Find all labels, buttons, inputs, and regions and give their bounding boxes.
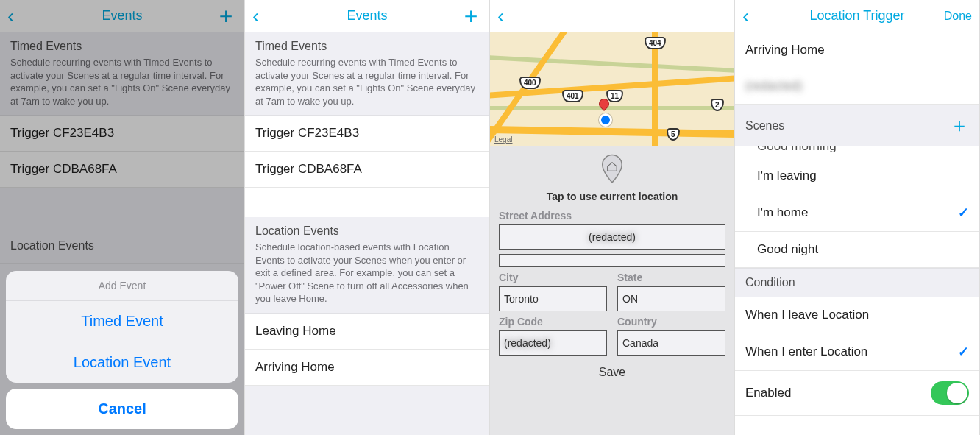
scenes-header: Scenes ＋	[735, 105, 979, 146]
back-button[interactable]: ‹	[252, 4, 274, 28]
action-sheet-backdrop[interactable]: Add Event Timed Event Location Event Can…	[0, 0, 244, 435]
scene-label: Good night	[757, 242, 818, 257]
city-input[interactable]: Toronto	[499, 286, 607, 311]
save-button[interactable]: Save	[599, 366, 625, 379]
section-title: Condition	[745, 276, 795, 289]
label-street: Street Address	[499, 210, 725, 222]
screen-location-trigger: ‹ Location Trigger Done Arriving Home (r…	[735, 0, 980, 435]
option-location-event[interactable]: Location Event	[6, 342, 238, 383]
route-shield: 11	[606, 90, 623, 102]
enabled-label: Enabled	[745, 386, 791, 400]
navbar: ‹ Location Trigger Done	[735, 0, 979, 32]
country-input[interactable]: Canada	[617, 330, 725, 356]
scene-row-partial[interactable]: Good morning	[735, 146, 979, 158]
navbar: ‹	[490, 0, 734, 32]
action-sheet: Add Event Timed Event Location Event	[6, 271, 238, 383]
legal-link[interactable]: Legal	[494, 135, 512, 144]
location-form: Tap to use current location Street Addre…	[490, 146, 734, 435]
add-scene-button[interactable]: ＋	[950, 113, 969, 138]
navbar: ‹ Events ＋	[245, 0, 489, 32]
trigger-row[interactable]: Trigger CF23E4B3	[245, 116, 489, 152]
current-location-icon	[599, 113, 612, 127]
trigger-name-row[interactable]: Arriving Home	[735, 32, 979, 68]
location-event-row[interactable]: Leaving Home	[245, 314, 489, 350]
condition-header: Condition	[735, 268, 979, 297]
trigger-row[interactable]: Trigger CDBA68FA	[245, 152, 489, 188]
page-title: Location Trigger	[735, 8, 979, 24]
label-zip: Zip Code	[499, 316, 607, 328]
label-country: Country	[617, 316, 725, 328]
scene-label: I'm leaving	[757, 169, 817, 183]
back-button[interactable]: ‹	[742, 4, 764, 28]
section-title: Timed Events	[255, 40, 479, 53]
label-city: City	[499, 272, 607, 283]
option-timed-event[interactable]: Timed Event	[6, 301, 238, 342]
scene-row[interactable]: Good night	[735, 232, 979, 268]
section-timed-events: Timed Events Schedule recurring events w…	[245, 32, 489, 116]
scene-row[interactable]: I'm home ✓	[735, 194, 979, 232]
scene-label: I'm home	[757, 205, 808, 220]
section-description: Schedule recurring events with Timed Eve…	[255, 56, 479, 107]
condition-label: When I leave Location	[745, 308, 869, 322]
condition-label: When I enter Location	[745, 344, 867, 359]
label-state: State	[617, 272, 725, 283]
done-button[interactable]: Done	[944, 10, 972, 23]
route-shield: 401	[562, 90, 583, 102]
zip-input[interactable]: (redacted)	[499, 330, 607, 356]
content: Timed Events Schedule recurring events w…	[245, 32, 489, 435]
checkmark-icon: ✓	[958, 205, 969, 221]
home-pin-icon[interactable]	[597, 154, 628, 185]
page-title: Events	[245, 8, 489, 24]
trigger-address-row[interactable]: (redacted)	[735, 68, 979, 105]
street-input[interactable]: (redacted)	[499, 224, 725, 250]
section-description: Schedule location-based events with Loca…	[255, 241, 479, 305]
enabled-toggle[interactable]	[931, 381, 969, 405]
section-title: Scenes	[745, 119, 784, 132]
location-event-row[interactable]: Arriving Home	[245, 350, 489, 386]
screen-location-edit: ‹ 404 400 401 11 2 5 Legal Tap to use cu…	[490, 0, 735, 435]
cancel-button[interactable]: Cancel	[6, 389, 238, 429]
content: Arriving Home (redacted) Scenes ＋ Good m…	[735, 32, 979, 435]
condition-row[interactable]: When I enter Location ✓	[735, 333, 979, 371]
route-shield: 5	[667, 128, 680, 141]
section-title: Location Events	[255, 224, 479, 238]
scene-row[interactable]: I'm leaving	[735, 158, 979, 194]
map-view[interactable]: 404 400 401 11 2 5 Legal	[490, 32, 734, 146]
screen-events-sheet: ‹ Events ＋ Timed Events Schedule recurri…	[0, 0, 245, 435]
action-sheet-title: Add Event	[6, 271, 238, 301]
enabled-row: Enabled	[735, 371, 979, 416]
route-shield: 400	[519, 77, 541, 89]
state-input[interactable]: ON	[617, 286, 725, 311]
street2-input[interactable]	[499, 254, 725, 267]
screen-events: ‹ Events ＋ Timed Events Schedule recurri…	[245, 0, 490, 435]
add-button[interactable]: ＋	[460, 1, 482, 31]
use-current-location-button[interactable]: Tap to use current location	[499, 191, 725, 202]
route-shield: 404	[645, 37, 666, 49]
checkmark-icon: ✓	[958, 344, 969, 360]
condition-row[interactable]: When I leave Location	[735, 297, 979, 333]
back-button[interactable]: ‹	[497, 4, 519, 28]
section-location-events: Location Events Schedule location-based …	[245, 217, 489, 314]
